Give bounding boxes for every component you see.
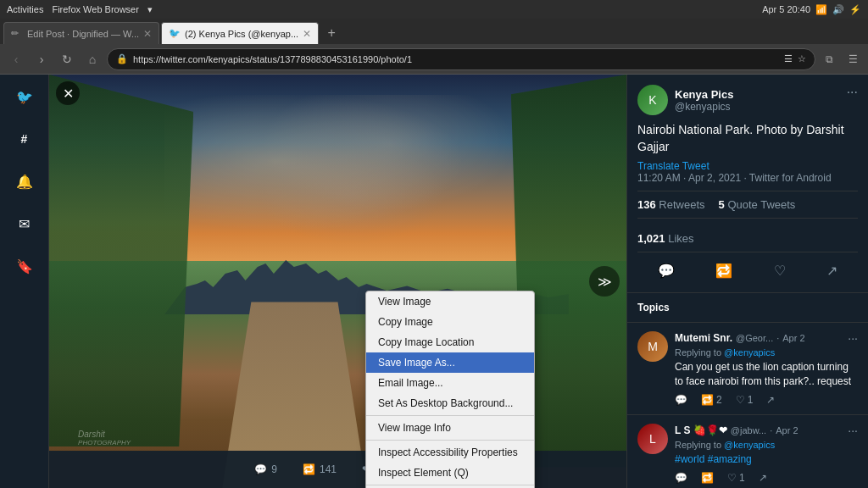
likes-label: Likes bbox=[668, 232, 693, 245]
nav-bar: ‹ › ↻ ⌂ 🔒 https://twitter.com/kenyapics/… bbox=[0, 44, 868, 75]
reply0-comment[interactable]: 💬 bbox=[675, 394, 687, 406]
quote-tweet-stat[interactable]: 5 Quote Tweets bbox=[719, 198, 796, 211]
photo-trees-left bbox=[49, 75, 193, 446]
context-menu-set-desktop[interactable]: Set As Desktop Background... bbox=[366, 393, 534, 413]
photo-comment-action[interactable]: 💬 9 bbox=[254, 463, 277, 475]
menu-button[interactable]: ☰ bbox=[843, 49, 863, 69]
reply1-actions: 💬 🔁 ♡ 1 ↗ bbox=[675, 472, 858, 484]
context-menu-separator-3 bbox=[366, 485, 534, 485]
network-icon: 📶 bbox=[815, 4, 827, 15]
reply1-comment[interactable]: 💬 bbox=[675, 472, 687, 484]
save-image-as-label: Save Image As... bbox=[378, 357, 455, 369]
photo-retweet-action[interactable]: 🔁 141 bbox=[303, 463, 337, 475]
translate-tweet-link[interactable]: Translate Tweet bbox=[637, 160, 858, 172]
extensions-button[interactable]: ⧉ bbox=[819, 49, 839, 69]
tab-edit-post[interactable]: ✏ Edit Post · Dignified — W... ✕ bbox=[3, 22, 159, 44]
retweet-stat[interactable]: 136 Retweets bbox=[637, 198, 705, 211]
tweet-author-info: K Kenya Pics @kenyapics bbox=[637, 85, 733, 115]
power-icon: ⚡ bbox=[849, 4, 861, 15]
app-name-label: Firefox Web Browser bbox=[52, 4, 139, 14]
sidebar-item-notifications[interactable]: 🔔 bbox=[9, 166, 40, 197]
photo-view: Darshit PHOTOGRAPHY ✕ ≫ View Image Copy … bbox=[49, 75, 626, 488]
forward-button[interactable]: › bbox=[31, 48, 53, 70]
photo-background: Darshit PHOTOGRAPHY bbox=[49, 75, 626, 488]
copy-image-location-label: Copy Image Location bbox=[378, 336, 474, 348]
tab2-close[interactable]: ✕ bbox=[303, 28, 311, 40]
reply1-like[interactable]: ♡ 1 bbox=[727, 472, 745, 484]
reply1-hashtag1[interactable]: #world bbox=[675, 453, 704, 465]
quote-count: 5 bbox=[719, 198, 725, 211]
browser-chrome: ✏ Edit Post · Dignified — W... ✕ 🐦 (2) K… bbox=[0, 19, 868, 75]
context-menu-separator-1 bbox=[366, 415, 534, 416]
tab-kenya-pics[interactable]: 🐦 (2) Kenya Pics (@kenyap... ✕ bbox=[161, 22, 319, 44]
tweet-text: Nairobi National Park. Photo by Darshit … bbox=[637, 122, 858, 155]
copy-image-label: Copy Image bbox=[378, 316, 433, 328]
reply0-more[interactable]: ··· bbox=[848, 331, 858, 345]
context-menu-email-image[interactable]: Email Image... bbox=[366, 373, 534, 393]
context-menu-copy-image[interactable]: Copy Image bbox=[366, 312, 534, 332]
reply0-like[interactable]: ♡ 1 bbox=[736, 394, 754, 406]
reply1-avatar[interactable]: L bbox=[637, 424, 668, 454]
author-avatar[interactable]: K bbox=[637, 85, 668, 115]
reply1-replying-handle[interactable]: @kenyapics bbox=[724, 440, 775, 450]
tweet-more-button[interactable]: ··· bbox=[847, 85, 858, 100]
tweet-stats: 136 Retweets 5 Quote Tweets bbox=[637, 191, 858, 219]
reply1-hashtag2[interactable]: #amazing bbox=[708, 453, 752, 465]
quote-label: Quote Tweets bbox=[727, 198, 795, 211]
context-menu-inspect-accessibility[interactable]: Inspect Accessibility Properties bbox=[366, 442, 534, 463]
reply1-retweet[interactable]: 🔁 bbox=[701, 472, 714, 484]
reply-button[interactable]: 💬 bbox=[658, 263, 675, 279]
reload-button[interactable]: ↻ bbox=[56, 48, 78, 70]
reply0-share[interactable]: ↗ bbox=[766, 394, 775, 406]
reply1-date-value: Apr 2 bbox=[776, 425, 798, 435]
photo-watermark: Darshit PHOTOGRAPHY bbox=[78, 430, 131, 446]
bookmark-icon[interactable]: ☆ bbox=[798, 53, 806, 64]
comment-count: 9 bbox=[271, 463, 277, 475]
likes-count: 1,021 bbox=[637, 232, 665, 245]
author-handle: @kenyapics bbox=[675, 101, 733, 113]
home-button[interactable]: ⌂ bbox=[81, 48, 103, 70]
back-button[interactable]: ‹ bbox=[5, 48, 27, 70]
sidebar-item-bookmarks[interactable]: 🔖 bbox=[9, 251, 40, 281]
context-menu-save-image-as[interactable]: Save Image As... bbox=[366, 352, 534, 373]
tweet-detail: K Kenya Pics @kenyapics ··· Nairobi Nati… bbox=[627, 75, 868, 293]
tweet-author-row: K Kenya Pics @kenyapics ··· bbox=[637, 85, 858, 115]
likes-stat[interactable]: 1,021 Likes bbox=[637, 232, 694, 245]
reply1-content: L S 🍓🌹❤ @jabw... · Apr 2 ··· Replying to… bbox=[675, 424, 858, 484]
context-menu-copy-image-location[interactable]: Copy Image Location bbox=[366, 332, 534, 352]
sidebar-item-home[interactable]: 🐦 bbox=[9, 81, 40, 112]
reply1-share[interactable]: ↗ bbox=[759, 472, 767, 484]
photo-close-button[interactable]: ✕ bbox=[56, 81, 80, 105]
url-bar[interactable]: 🔒 https://twitter.com/kenyapics/status/1… bbox=[107, 48, 815, 70]
new-tab-button[interactable]: + bbox=[320, 22, 342, 44]
sidebar-item-messages[interactable]: ✉ bbox=[9, 208, 40, 239]
activities-label[interactable]: Activities bbox=[7, 4, 43, 14]
tab1-close[interactable]: ✕ bbox=[143, 28, 152, 40]
tweet-likes-row: 1,021 Likes bbox=[637, 225, 858, 252]
reply0-replying-handle[interactable]: @kenyapics bbox=[724, 347, 775, 358]
reader-mode-icon[interactable]: ☰ bbox=[784, 53, 793, 64]
tab1-label: Edit Post · Dignified — W... bbox=[27, 29, 139, 39]
tab2-favicon: 🐦 bbox=[169, 28, 181, 40]
dropdown-icon[interactable]: ▾ bbox=[147, 4, 153, 15]
reply-item-0: M Mutemi Snr. @Geor... · Apr 2 ··· Reply… bbox=[627, 323, 868, 415]
set-desktop-label: Set As Desktop Background... bbox=[378, 397, 513, 409]
retweet-button[interactable]: 🔁 bbox=[715, 263, 732, 279]
context-menu-view-image-info[interactable]: View Image Info bbox=[366, 418, 534, 438]
reply1-more[interactable]: ··· bbox=[848, 424, 858, 437]
reply0-retweet[interactable]: 🔁 2 bbox=[701, 394, 722, 406]
photo-next-button[interactable]: ≫ bbox=[589, 266, 620, 297]
context-menu-view-image[interactable]: View Image bbox=[366, 291, 534, 312]
reply0-actions: 💬 🔁 2 ♡ 1 ↗ bbox=[675, 394, 858, 406]
volume-icon: 🔊 bbox=[832, 4, 844, 15]
context-menu-inspect-element[interactable]: Inspect Element (Q) bbox=[366, 463, 534, 483]
photo-clouds bbox=[164, 95, 540, 260]
reply0-avatar[interactable]: M bbox=[637, 331, 668, 362]
context-menu: View Image Copy Image Copy Image Locatio… bbox=[365, 291, 535, 488]
tweet-meta: 11:20 AM · Apr 2, 2021 · Twitter for And… bbox=[637, 172, 858, 184]
reply-item-1: L L S 🍓🌹❤ @jabw... · Apr 2 ··· Replying … bbox=[627, 415, 868, 488]
reply0-date: · bbox=[776, 333, 779, 343]
share-button[interactable]: ↗ bbox=[826, 263, 837, 279]
sidebar-item-explore[interactable]: # bbox=[9, 124, 40, 154]
like-button[interactable]: ♡ bbox=[774, 263, 786, 279]
